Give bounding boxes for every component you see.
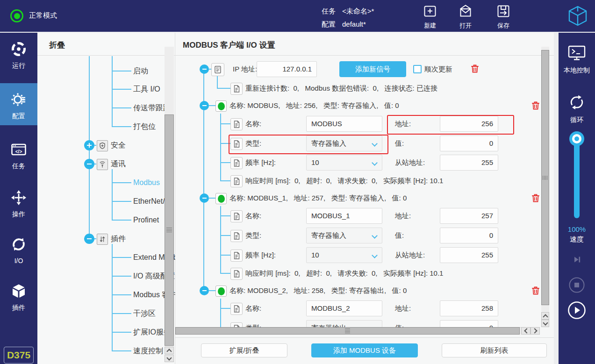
tree-scroll-down-button[interactable] xyxy=(165,355,174,362)
nav-item-task[interactable]: </> 任务 xyxy=(0,142,37,171)
chevron-down-icon xyxy=(372,233,378,239)
name-label: 名称: xyxy=(245,208,261,224)
speed-slider-knob[interactable] xyxy=(569,131,584,146)
ip-input[interactable]: 127.0.0.1 xyxy=(257,61,317,77)
tree-item-packing[interactable]: 打包位 xyxy=(133,120,156,134)
tree-item-startup[interactable]: 启动 xyxy=(133,64,148,78)
task-value: <未命名>* xyxy=(342,7,374,16)
collapse-signal-button[interactable] xyxy=(200,286,209,295)
tree-item-interference[interactable]: 干涉区 xyxy=(133,307,156,321)
scroll-left-button[interactable] xyxy=(521,327,530,335)
name-input[interactable]: MODBUS_1 xyxy=(306,208,382,224)
nav-item-plugin[interactable]: 插件 xyxy=(0,283,37,312)
delete-signal-icon[interactable] xyxy=(530,285,541,296)
tree-item-plugin[interactable]: 插件 xyxy=(111,232,126,246)
collapse-device-button[interactable] xyxy=(200,64,209,74)
tree-item-speed-control[interactable]: 速度控制 xyxy=(133,344,163,358)
address-highlight-box xyxy=(387,115,514,135)
delete-device-icon[interactable] xyxy=(470,64,480,74)
nav-item-run[interactable]: 运行 xyxy=(0,41,37,70)
local-control-button[interactable]: 本地控制 xyxy=(559,45,595,75)
signal-summary: 名称: MODBUS_1, 地址: 257, 类型: 寄存器输入, 值: 0 xyxy=(229,190,407,206)
delete-signal-icon[interactable] xyxy=(530,100,541,111)
sequential-update-checkbox[interactable] xyxy=(413,65,422,73)
right-control-panel: 本地控制 循环 100% 速度 xyxy=(559,33,595,364)
nav-config-label: 配置 xyxy=(12,112,25,121)
tree-scroll-up-button[interactable] xyxy=(165,347,174,354)
new-file-icon xyxy=(423,12,437,20)
collapse-signal-button[interactable] xyxy=(200,193,209,203)
expander-comm[interactable] xyxy=(84,159,94,169)
modbus-settings-panel: MODBUS 客户端 I/O 设置 IP 地址: 127.0.0.1 添加新信号… xyxy=(175,33,554,364)
slave-address-input[interactable]: 255 xyxy=(440,247,498,263)
speed-slider-track[interactable] xyxy=(574,139,580,218)
tree-item-comm[interactable]: 通讯 xyxy=(111,157,126,171)
value-input[interactable]: 0 xyxy=(440,136,498,151)
slave-address-label: 从站地址: xyxy=(395,155,425,171)
plugin-cube-icon xyxy=(11,283,27,301)
h-scrollbar-thumb[interactable] xyxy=(175,327,520,335)
type-dropdown[interactable]: 寄存器输入 xyxy=(306,228,382,243)
run-icon xyxy=(11,41,27,59)
scroll-down-button[interactable] xyxy=(541,320,549,327)
delete-signal-icon[interactable] xyxy=(530,193,541,203)
save-button-label: 保存 xyxy=(489,21,518,30)
local-control-label: 本地控制 xyxy=(564,66,590,75)
nav-item-io[interactable]: I/O xyxy=(0,236,37,264)
add-signal-button[interactable]: 添加新信号 xyxy=(339,61,406,77)
slave-address-label: 从站地址: xyxy=(395,247,425,263)
refresh-list-button[interactable]: 刷新列表 xyxy=(442,343,547,357)
v-scrollbar-thumb[interactable] xyxy=(541,50,549,305)
settings-gear-icon xyxy=(11,92,27,109)
scroll-right-button[interactable] xyxy=(530,327,540,335)
step-button[interactable] xyxy=(569,252,585,270)
panel-footer: 扩展/折叠 添加 MODBUS 设备 刷新列表 xyxy=(175,335,554,364)
task-code-icon: </> xyxy=(11,142,27,159)
name-input[interactable]: MODBUS_2 xyxy=(306,300,382,316)
save-icon xyxy=(496,12,511,20)
loop-button[interactable]: 循环 xyxy=(559,93,595,124)
left-nav: 运行 配置 </> 任务 xyxy=(0,33,37,364)
play-button[interactable] xyxy=(567,301,586,321)
tree-item-tool-io[interactable]: 工具 I/O xyxy=(133,82,160,96)
tree-line xyxy=(112,56,113,127)
slave-address-input[interactable]: 255 xyxy=(440,155,498,171)
open-button[interactable]: 打开 xyxy=(451,4,480,30)
signal-status-icon xyxy=(215,285,227,297)
nav-item-config[interactable]: 配置 xyxy=(0,92,37,121)
nav-io-label: I/O xyxy=(14,257,23,264)
frequency-dropdown[interactable]: 10 xyxy=(306,247,382,263)
name-input[interactable]: MODBUS xyxy=(306,116,382,132)
address-input[interactable]: 258 xyxy=(440,300,498,316)
robot-id-badge: D375 xyxy=(4,347,34,364)
value-input[interactable]: 0 xyxy=(440,228,498,243)
new-button[interactable]: 新建 xyxy=(416,4,444,30)
expander-safety[interactable] xyxy=(84,140,94,150)
stop-button[interactable] xyxy=(569,277,585,295)
add-modbus-device-button[interactable]: 添加 MODBUS 设备 xyxy=(311,343,418,357)
frequency-label: 频率 [Hz]: xyxy=(245,247,276,263)
move-arrows-icon xyxy=(11,190,27,207)
frequency-dropdown[interactable]: 10 xyxy=(306,155,382,171)
speed-percent: 100% xyxy=(559,225,595,233)
collapse-signal-button[interactable] xyxy=(200,101,209,110)
frequency-label: 频率 [Hz]: xyxy=(245,155,276,171)
save-button[interactable]: 保存 xyxy=(489,4,518,30)
local-control-terminal-icon xyxy=(567,45,586,64)
expander-plugin[interactable] xyxy=(84,234,94,244)
nav-item-operate[interactable]: 操作 xyxy=(0,190,37,219)
tree-item-safety[interactable]: 安全 xyxy=(111,138,126,152)
ip-label: IP 地址: xyxy=(233,61,257,77)
tree-scrollbar-thumb[interactable] xyxy=(165,114,174,346)
doc-icon xyxy=(230,250,243,262)
tree-header[interactable]: 折叠 xyxy=(49,37,65,53)
loop-label: 循环 xyxy=(570,116,583,124)
signal-status-icon xyxy=(215,100,227,112)
nav-plugin-label: 插件 xyxy=(12,304,25,312)
value-label: 值: xyxy=(395,136,404,151)
tree-item-profinet[interactable]: Profinet xyxy=(133,213,159,227)
expand-collapse-button[interactable]: 扩展/折叠 xyxy=(201,343,287,357)
address-input[interactable]: 257 xyxy=(440,208,498,224)
scroll-up-button[interactable] xyxy=(541,312,549,320)
tree-item-modbus[interactable]: Modbus xyxy=(133,176,160,190)
